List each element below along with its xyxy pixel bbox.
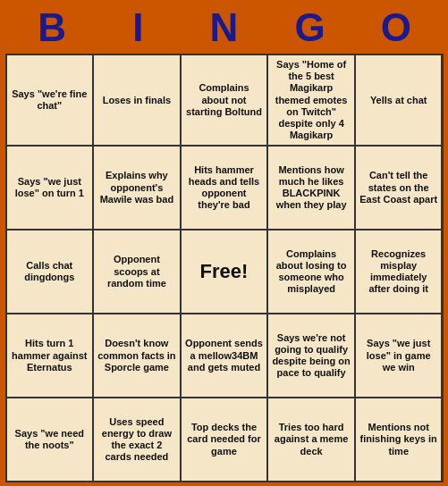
bingo-cell-11: Opponent scoops at random time	[94, 230, 180, 313]
bingo-cell-0: Says "we're fine chat"	[7, 55, 93, 145]
bingo-cell-12: Free!	[182, 230, 267, 313]
bingo-cell-6: Explains why opponent's Mawile was bad	[94, 147, 180, 229]
bingo-cell-24: Mentions not finishing keys in time	[356, 398, 442, 481]
bingo-cell-7: Hits hammer heads and tells opponent the…	[182, 147, 267, 229]
title-letter-o: O	[360, 5, 432, 50]
title-letter-g: G	[275, 5, 346, 50]
title-letter-n: N	[188, 5, 259, 50]
bingo-cell-16: Doesn't know common facts in Sporcle gam…	[94, 314, 180, 397]
bingo-cell-4: Yells at chat	[356, 55, 442, 145]
title-row: B I N G O	[0, 0, 448, 52]
bingo-cell-3: Says "Home of the 5 best Magikarp themed…	[268, 55, 354, 145]
bingo-cell-23: Tries too hard against a meme deck	[268, 398, 354, 481]
bingo-cell-9: Can't tell the states on the East Coast …	[356, 147, 442, 229]
bingo-cell-19: Says "we just lose" in game we win	[356, 314, 442, 397]
bingo-cell-22: Top decks the card needed for game	[182, 398, 267, 481]
bingo-cell-8: Mentions how much he likes BLACKPINK whe…	[268, 147, 354, 229]
bingo-grid: Says "we're fine chat"Loses in finalsCom…	[5, 54, 444, 482]
bingo-cell-1: Loses in finals	[94, 55, 180, 145]
bingo-cell-21: Uses speed energy to draw the exact 2 ca…	[94, 398, 180, 481]
bingo-cell-18: Says we're not going to qualify despite …	[268, 314, 354, 397]
title-letter-i: I	[102, 5, 173, 50]
bingo-cell-5: Says "we just lose" on turn 1	[7, 147, 93, 229]
bingo-cell-13: Complains about losing to someone who mi…	[268, 230, 354, 313]
bingo-cell-17: Opponent sends a mellow34BM and gets mut…	[182, 314, 267, 397]
bingo-cell-20: Says "we need the noots"	[7, 398, 93, 481]
bingo-cell-14: Recognizes misplay immediately after doi…	[356, 230, 442, 313]
bingo-cell-2: Complains about not starting Boltund	[182, 55, 267, 145]
bingo-cell-15: Hits turn 1 hammer against Eternatus	[7, 314, 93, 397]
title-letter-b: B	[16, 5, 88, 50]
bingo-cell-10: Calls chat dingdongs	[7, 230, 93, 313]
